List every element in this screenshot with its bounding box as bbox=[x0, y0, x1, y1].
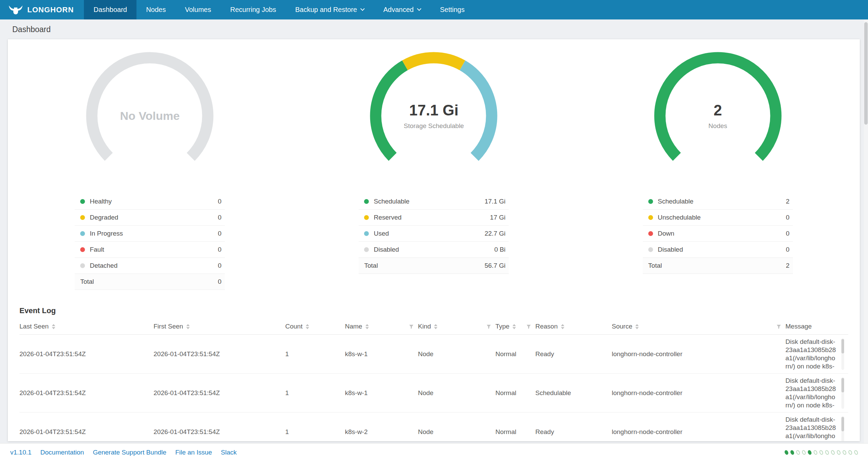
event-log-table: Last SeenFirst SeenCountNameKindTypeReas… bbox=[19, 321, 848, 441]
column-header-source[interactable]: Source bbox=[612, 321, 785, 335]
legend-item-fault: Fault0 bbox=[75, 242, 225, 258]
footer-links: v1.10.1DocumentationGenerate Support Bun… bbox=[10, 449, 246, 456]
status-dot-4 bbox=[801, 449, 807, 455]
legend-value: 0 Bi bbox=[494, 246, 506, 253]
footer-link-slack[interactable]: Slack bbox=[221, 449, 236, 456]
sort-icon[interactable] bbox=[365, 324, 369, 329]
status-dot-7 bbox=[819, 449, 824, 455]
filter-icon[interactable] bbox=[776, 323, 781, 331]
legend-label: Schedulable bbox=[658, 198, 786, 205]
nav-item-backup-and-restore[interactable]: Backup and Restore bbox=[286, 0, 374, 19]
legend-dot-icon bbox=[648, 215, 653, 220]
storage-center-label: Storage Schedulable bbox=[404, 122, 464, 130]
cell-last-seen: 2026-01-04T23:51:54Z bbox=[19, 413, 154, 442]
legend-value: 2 bbox=[786, 198, 790, 205]
legend-item-detached: Detached0 bbox=[75, 258, 225, 274]
cell-message: Disk default-disk-23aa1a13085b28a1(/var/… bbox=[785, 413, 848, 442]
cell-kind: Node bbox=[418, 335, 495, 374]
nav-item-nodes[interactable]: Nodes bbox=[136, 0, 175, 19]
filter-icon[interactable] bbox=[409, 323, 414, 331]
cell-name: k8s-w-1 bbox=[345, 374, 418, 413]
event-log-title: Event Log bbox=[19, 306, 848, 315]
sort-asc-caret bbox=[306, 324, 309, 326]
filter-icon[interactable] bbox=[526, 323, 531, 331]
sort-icon[interactable] bbox=[561, 324, 564, 329]
status-dot-13 bbox=[854, 449, 859, 455]
message-scrollbar-thumb[interactable] bbox=[841, 417, 844, 431]
status-dot-2 bbox=[790, 449, 795, 455]
status-dot-6 bbox=[813, 449, 818, 455]
page-scrollbar[interactable] bbox=[864, 19, 868, 461]
column-header-reason[interactable]: Reason bbox=[535, 321, 612, 335]
legend-item-unschedulable: Unschedulable0 bbox=[643, 210, 793, 226]
footer-link-documentation[interactable]: Documentation bbox=[40, 449, 84, 456]
cell-message: Disk default-disk-23aa1a13085b28a1(/var/… bbox=[785, 374, 848, 413]
footer-link-file-an-issue[interactable]: File an Issue bbox=[175, 449, 212, 456]
sort-asc-caret bbox=[512, 324, 516, 326]
footer-version-link[interactable]: v1.10.1 bbox=[10, 449, 31, 456]
message-cell[interactable]: Disk default-disk-23aa1a13085b28a1(/var/… bbox=[785, 377, 844, 409]
legend-total-value: 2 bbox=[786, 262, 790, 269]
status-dot-10 bbox=[836, 449, 841, 455]
message-scrollbar-thumb[interactable] bbox=[841, 339, 844, 353]
column-header-name[interactable]: Name bbox=[345, 321, 418, 335]
legend-value: 0 bbox=[218, 246, 222, 253]
message-cell[interactable]: Disk default-disk-23aa1a13085b28a1(/var/… bbox=[785, 416, 844, 442]
column-label: Kind bbox=[418, 323, 431, 330]
volume-center-value: No Volume bbox=[120, 109, 180, 123]
column-header-first-seen[interactable]: First Seen bbox=[154, 321, 285, 335]
legend-label: Disabled bbox=[374, 246, 494, 253]
brand-name: LONGHORN bbox=[27, 5, 74, 14]
event-row: 2026-01-04T23:51:54Z2026-01-04T23:51:54Z… bbox=[19, 374, 848, 413]
status-dot-11 bbox=[842, 449, 847, 455]
legend-dot-icon bbox=[364, 231, 369, 236]
legend-label: Reserved bbox=[374, 214, 490, 221]
legend-value: 0 bbox=[218, 230, 222, 237]
sort-icon[interactable] bbox=[635, 324, 639, 329]
cell-kind: Node bbox=[418, 413, 495, 442]
column-header-last-seen[interactable]: Last Seen bbox=[19, 321, 154, 335]
column-header-kind[interactable]: Kind bbox=[418, 321, 495, 335]
cell-count: 1 bbox=[285, 335, 345, 374]
cell-reason: Ready bbox=[535, 413, 612, 442]
legend-dot-icon bbox=[364, 215, 369, 220]
sort-icon[interactable] bbox=[434, 324, 437, 329]
storage-gauge-center: 17.1 GiStorage Schedulable bbox=[365, 47, 502, 184]
sort-asc-caret bbox=[52, 324, 55, 326]
nav-item-settings[interactable]: Settings bbox=[430, 0, 474, 19]
brand[interactable]: LONGHORN bbox=[0, 0, 84, 19]
sort-icon[interactable] bbox=[306, 324, 309, 329]
sort-icon[interactable] bbox=[512, 324, 516, 329]
column-header-count[interactable]: Count bbox=[285, 321, 345, 335]
nav-item-dashboard[interactable]: Dashboard bbox=[84, 0, 136, 19]
nav-item-advanced[interactable]: Advanced bbox=[374, 0, 430, 19]
legend-item-healthy: Healthy0 bbox=[75, 194, 225, 210]
cell-type: Normal bbox=[495, 374, 535, 413]
sort-desc-caret bbox=[186, 327, 190, 329]
column-label: Message bbox=[785, 323, 812, 330]
legend-value: 0 bbox=[786, 246, 790, 253]
legend-item-schedulable: Schedulable2 bbox=[643, 194, 793, 210]
page-scrollbar-thumb[interactable] bbox=[864, 22, 868, 125]
cell-last-seen: 2026-01-04T23:51:54Z bbox=[19, 335, 154, 374]
legend-dot-icon bbox=[364, 247, 369, 252]
cell-count: 1 bbox=[285, 374, 345, 413]
chevron-down-icon bbox=[417, 6, 422, 11]
legend-item-in-progress: In Progress0 bbox=[75, 226, 225, 242]
message-text: Disk default-disk-23aa1a13085b28a1(/var/… bbox=[785, 377, 836, 409]
nodes-gauge: 2Nodes bbox=[650, 47, 786, 184]
sort-asc-caret bbox=[635, 324, 639, 326]
legend-label: Unschedulable bbox=[658, 214, 786, 221]
cell-first-seen: 2026-01-04T23:51:54Z bbox=[154, 374, 285, 413]
sort-icon[interactable] bbox=[186, 324, 190, 329]
sort-desc-caret bbox=[306, 327, 309, 329]
nav-item-recurring-jobs[interactable]: Recurring Jobs bbox=[221, 0, 286, 19]
nav-item-volumes[interactable]: Volumes bbox=[175, 0, 221, 19]
filter-icon[interactable] bbox=[486, 323, 491, 331]
message-scrollbar-thumb[interactable] bbox=[841, 378, 844, 392]
event-table-header-row: Last SeenFirst SeenCountNameKindTypeReas… bbox=[19, 321, 848, 335]
sort-icon[interactable] bbox=[52, 324, 55, 329]
footer-link-generate-support-bundle[interactable]: Generate Support Bundle bbox=[93, 449, 167, 456]
column-header-type[interactable]: Type bbox=[495, 321, 535, 335]
message-cell[interactable]: Disk default-disk-23aa1a13085b28a1(/var/… bbox=[785, 338, 844, 371]
